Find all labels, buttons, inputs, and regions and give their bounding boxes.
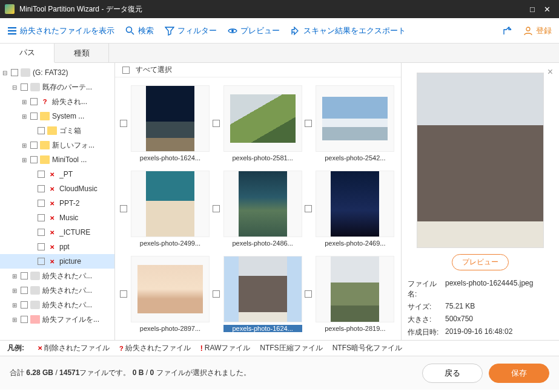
checkbox[interactable] <box>30 142 38 149</box>
tab-path[interactable]: パス <box>0 44 55 63</box>
tree-root[interactable]: ⊟(G: FAT32) <box>0 65 114 80</box>
expand-icon[interactable]: ⊞ <box>11 302 18 309</box>
close-button[interactable]: ✕ <box>540 5 554 14</box>
expand-icon[interactable]: ⊞ <box>21 99 28 105</box>
thumbnail-cell[interactable]: pexels-photo-2486... <box>213 168 304 249</box>
select-all-checkbox[interactable] <box>122 67 130 74</box>
thumbnail-cell[interactable]: pexels-photo-2581... <box>213 82 304 164</box>
thumb-checkbox[interactable] <box>213 205 220 212</box>
thumbnail-cell[interactable]: pexels-photo-2542... <box>305 82 396 164</box>
maximize-button[interactable]: □ <box>525 5 540 14</box>
filter-icon <box>165 26 174 36</box>
save-button[interactable]: 保存 <box>489 364 549 383</box>
tree-picture[interactable]: ✕picture <box>0 254 114 269</box>
tree-lost-files[interactable]: ⊞?紛失され... <box>0 94 114 109</box>
thumbnail-cell[interactable]: pexels-photo-2897... <box>120 253 211 335</box>
tree-music[interactable]: ✕Music <box>0 211 114 225</box>
checkbox[interactable] <box>21 83 28 91</box>
thumb-filename: pexels-photo-2897... <box>131 325 210 332</box>
tree-cloudmusic[interactable]: ✕CloudMusic <box>0 181 114 196</box>
tree-existing-partition[interactable]: ⊟既存のパーテ... <box>0 80 114 94</box>
meta-value: 2019-09-16 16:48:02 <box>445 327 553 338</box>
thumb-checkbox[interactable] <box>213 290 220 298</box>
search-button[interactable]: 検索 <box>125 25 154 36</box>
thumb-checkbox[interactable] <box>305 120 312 127</box>
checkbox[interactable] <box>38 258 45 265</box>
thumbnail-card[interactable]: pexels-photo-2499... <box>131 171 210 247</box>
thumbnail-card[interactable]: pexels-photo-2542... <box>316 85 394 162</box>
folder-icon <box>40 155 50 164</box>
tree-trash[interactable]: ゴミ箱 <box>0 123 114 138</box>
expand-icon[interactable]: ⊞ <box>11 273 18 279</box>
checkbox[interactable] <box>38 200 45 207</box>
close-preview-button[interactable]: × <box>547 67 553 77</box>
preview-toolbar-button[interactable]: プレビュー <box>228 25 280 36</box>
checkbox[interactable] <box>38 171 45 178</box>
tree-icture[interactable]: ✕_ICTURE <box>0 225 114 240</box>
thumb-checkbox[interactable] <box>120 290 127 298</box>
checkbox[interactable] <box>11 69 18 76</box>
preview-button[interactable]: プレビュー <box>452 254 509 270</box>
thumb-filename: pexels-photo-2499... <box>131 240 210 247</box>
collapse-icon[interactable]: ⊟ <box>11 84 18 91</box>
show-lost-files-button[interactable]: 紛失されたファイルを表示 <box>7 25 114 36</box>
back-button[interactable]: 戻る <box>422 364 483 383</box>
tab-type[interactable]: 種類 <box>55 44 109 62</box>
checkbox[interactable] <box>30 113 38 120</box>
thumbnail-card[interactable]: pexels-photo-1624... <box>131 85 210 162</box>
expand-icon[interactable]: ⊞ <box>11 316 18 323</box>
tree-lost-partition-2[interactable]: ⊞紛失されたパ... <box>0 283 114 298</box>
tree-lost-partition-1[interactable]: ⊞紛失されたパ... <box>0 269 114 283</box>
checkbox[interactable] <box>30 156 38 163</box>
tree-lost-file-folder[interactable]: ⊞紛失ファイルを... <box>0 312 114 327</box>
thumb-checkbox[interactable] <box>120 205 127 212</box>
thumbnail-cell[interactable]: pexels-photo-1624... <box>213 253 304 335</box>
folder-tree[interactable]: ⊟(G: FAT32) ⊟既存のパーテ... ⊞?紛失され... ⊞System… <box>0 63 115 340</box>
checkbox[interactable] <box>21 301 28 309</box>
thumbnail-card[interactable]: pexels-photo-1624... <box>223 256 302 332</box>
expand-icon[interactable]: ⊞ <box>11 287 18 294</box>
checkbox[interactable] <box>30 98 38 105</box>
thumbnail-cell[interactable]: pexels-photo-2499... <box>120 168 211 249</box>
collapse-icon[interactable]: ⊟ <box>1 70 8 76</box>
thumb-checkbox[interactable] <box>213 120 220 127</box>
checkbox[interactable] <box>21 287 28 294</box>
checkbox[interactable] <box>38 214 45 221</box>
expand-icon[interactable]: ⊞ <box>21 113 28 120</box>
tree-system[interactable]: ⊞System ... <box>0 109 114 123</box>
preview-image <box>417 73 544 248</box>
thumb-image <box>239 171 287 237</box>
checkbox[interactable] <box>38 243 45 250</box>
thumbnail-cell[interactable]: pexels-photo-2819... <box>305 253 396 335</box>
tree-label: 新しいフォ... <box>52 140 94 151</box>
tree-pt[interactable]: ✕_PT <box>0 167 114 181</box>
checkbox[interactable] <box>38 185 45 192</box>
tree-ppt[interactable]: ✕ppt <box>0 240 114 254</box>
checkbox[interactable] <box>38 127 45 134</box>
thumbnail-card[interactable]: pexels-photo-2469... <box>316 171 394 247</box>
thumbnail-card[interactable]: pexels-photo-2897... <box>131 256 210 332</box>
thumbnail-card[interactable]: pexels-photo-2486... <box>223 171 302 247</box>
select-all-row[interactable]: すべて選択 <box>115 63 401 77</box>
register-button[interactable]: 登録 <box>523 25 552 36</box>
checkbox[interactable] <box>21 316 28 323</box>
tree-new-folder[interactable]: ⊞新しいフォ... <box>0 138 114 152</box>
thumbnail-card[interactable]: pexels-photo-2819... <box>316 256 394 332</box>
thumb-checkbox[interactable] <box>120 120 127 127</box>
thumb-checkbox[interactable] <box>305 205 312 212</box>
thumbnail-card[interactable]: pexels-photo-2581... <box>223 85 302 162</box>
expand-icon[interactable]: ⊞ <box>21 142 28 149</box>
tree-ppt2[interactable]: ✕PPT-2 <box>0 196 114 211</box>
tree-lost-partition-3[interactable]: ⊞紛失されたパ... <box>0 298 114 312</box>
thumb-image <box>146 171 194 237</box>
tree-minitool[interactable]: ⊞MiniTool ... <box>0 152 114 167</box>
filter-button[interactable]: フィルター <box>165 25 217 36</box>
export-button[interactable]: スキャン結果をエクスポート <box>291 25 406 36</box>
checkbox[interactable] <box>21 272 28 279</box>
thumbnail-cell[interactable]: pexels-photo-1624... <box>120 82 211 164</box>
thumbnail-cell[interactable]: pexels-photo-2469... <box>305 168 396 249</box>
expand-icon[interactable]: ⊞ <box>21 157 28 163</box>
checkbox[interactable] <box>38 229 45 236</box>
share-button[interactable] <box>503 26 512 36</box>
thumb-checkbox[interactable] <box>305 290 312 298</box>
